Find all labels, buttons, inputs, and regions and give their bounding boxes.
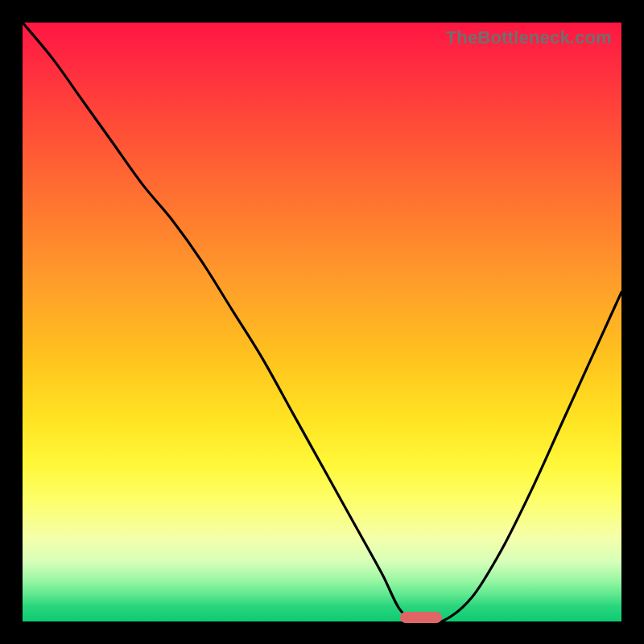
plot-area: TheBottleneck.com bbox=[23, 23, 621, 621]
curve-path bbox=[23, 23, 621, 624]
chart-frame: TheBottleneck.com bbox=[0, 0, 644, 644]
optimal-range-marker bbox=[400, 612, 442, 623]
bottleneck-curve bbox=[23, 23, 621, 621]
